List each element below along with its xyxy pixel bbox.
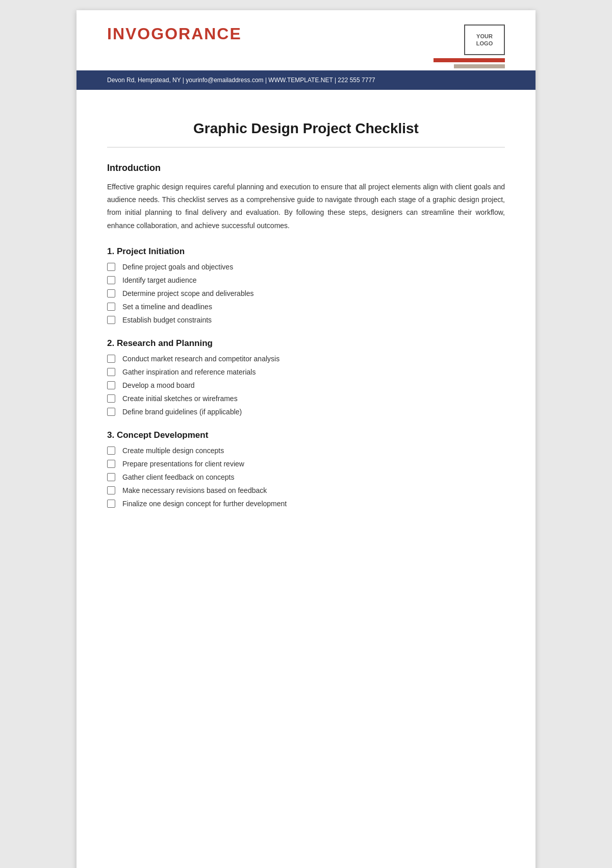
item-text: Make necessary revisions based on feedba… [122,486,267,494]
item-text: Establish budget constraints [122,316,212,324]
item-text: Define project goals and objectives [122,263,233,271]
list-item: Develop a mood board [107,381,505,389]
checkbox[interactable] [107,447,115,455]
list-item: Gather client feedback on concepts [107,473,505,481]
checkbox[interactable] [107,276,115,284]
introduction-heading: Introduction [107,163,505,173]
checkbox[interactable] [107,368,115,376]
item-text: Develop a mood board [122,381,195,389]
section-1: 1. Project Initiation Define project goa… [107,246,505,324]
item-text: Determine project scope and deliverables [122,289,254,297]
introduction-body: Effective graphic design requires carefu… [107,181,505,232]
header: INVOGORANCE YOURLOGO [76,10,536,68]
item-text: Create multiple design concepts [122,447,224,455]
list-item: Create initial sketches or wireframes [107,394,505,403]
checkbox[interactable] [107,473,115,481]
item-text: Gather inspiration and reference materia… [122,368,256,376]
item-text: Identify target audience [122,276,197,284]
checkbox[interactable] [107,486,115,494]
item-text: Conduct market research and competitor a… [122,355,279,363]
logo-text: YOURLOGO [476,33,493,47]
checkbox[interactable] [107,500,115,508]
list-item: Conduct market research and competitor a… [107,355,505,363]
item-text: Set a timeline and deadlines [122,303,212,311]
section-3: 3. Concept Development Create multiple d… [107,430,505,508]
main-content: Graphic Design Project Checklist Introdu… [76,90,536,868]
list-item: Create multiple design concepts [107,447,505,455]
list-item: Define project goals and objectives [107,263,505,271]
list-item: Establish budget constraints [107,316,505,324]
checkbox[interactable] [107,394,115,403]
accent-bar-tan [454,64,505,68]
section-3-title: 3. Concept Development [107,430,505,440]
list-item: Make necessary revisions based on feedba… [107,486,505,494]
checkbox[interactable] [107,355,115,363]
section-1-title: 1. Project Initiation [107,246,505,257]
logo-placeholder: YOURLOGO [464,24,505,55]
accent-bars [434,58,505,68]
item-text: Prepare presentations for client review [122,460,244,468]
checkbox[interactable] [107,289,115,297]
brand-name: INVOGORANCE [107,24,242,43]
list-item: Identify target audience [107,276,505,284]
checkbox[interactable] [107,408,115,416]
checkbox[interactable] [107,263,115,271]
checkbox[interactable] [107,460,115,468]
checkbox[interactable] [107,381,115,389]
checkbox[interactable] [107,303,115,311]
accent-bar-red [434,58,505,62]
list-item: Determine project scope and deliverables [107,289,505,297]
section-2: 2. Research and Planning Conduct market … [107,338,505,416]
contact-info: Devon Rd, Hempstead, NY | yourinfo@email… [107,77,375,84]
list-item: Define brand guidelines (if applicable) [107,408,505,416]
page: INVOGORANCE YOURLOGO Devon Rd, Hempstead… [76,10,536,868]
item-text: Gather client feedback on concepts [122,473,234,481]
document-title: Graphic Design Project Checklist [107,120,505,147]
checkbox[interactable] [107,316,115,324]
item-text: Define brand guidelines (if applicable) [122,408,242,416]
list-item: Set a timeline and deadlines [107,303,505,311]
list-item: Finalize one design concept for further … [107,500,505,508]
list-item: Gather inspiration and reference materia… [107,368,505,376]
item-text: Finalize one design concept for further … [122,500,287,508]
contact-bar: Devon Rd, Hempstead, NY | yourinfo@email… [76,70,536,90]
section-2-title: 2. Research and Planning [107,338,505,349]
item-text: Create initial sketches or wireframes [122,394,238,403]
list-item: Prepare presentations for client review [107,460,505,468]
